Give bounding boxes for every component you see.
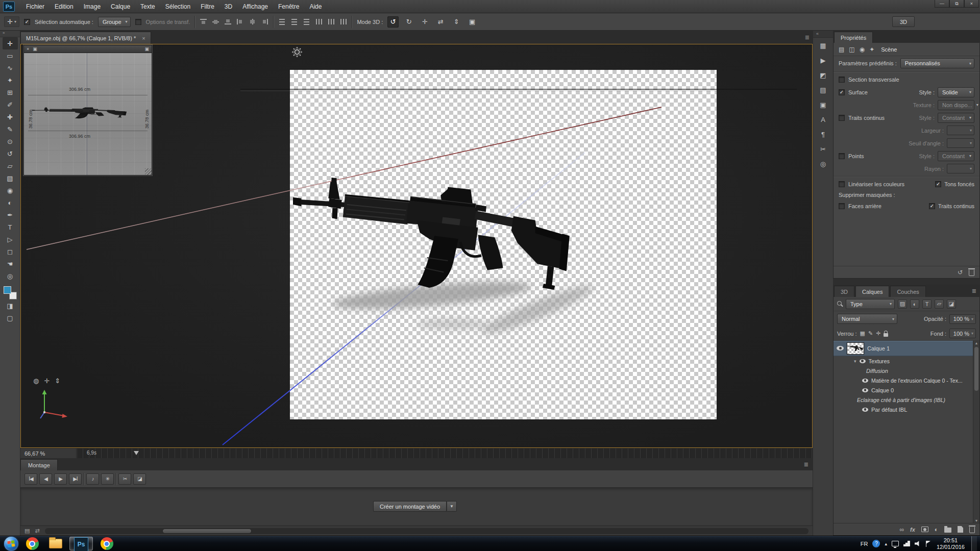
layers-scrollbar[interactable]: ▲ ▼ (973, 341, 979, 523)
presets-dropdown[interactable]: Personnalisés (900, 58, 974, 68)
distribute-top-icon[interactable] (278, 18, 286, 25)
layer-name[interactable]: Par défaut IBL (871, 407, 907, 413)
dark-tones-checkbox[interactable] (935, 181, 941, 187)
eraser-tool[interactable]: ▱ (3, 160, 18, 172)
panel-icon-styles[interactable]: ◩ (816, 68, 831, 82)
lasso-tool[interactable]: ∿ (3, 62, 18, 74)
montage-tab[interactable]: Montage (20, 459, 58, 470)
start-button[interactable] (4, 537, 18, 551)
panel-icon-swatches[interactable]: ◎ (816, 157, 831, 171)
3d-orbit-mode-icon[interactable]: ↺ (387, 16, 399, 28)
layer-row-textures[interactable]: ▾ Textures (834, 356, 973, 366)
lights-filter-icon[interactable]: ✦ (869, 46, 874, 53)
auto-select-checkbox[interactable] (24, 19, 30, 25)
timeline-ruler[interactable]: 6,9s (77, 448, 813, 458)
lines-style-dropdown[interactable]: Constant (938, 113, 974, 123)
network-tray-icon[interactable] (903, 541, 910, 546)
width-field[interactable] (947, 126, 974, 135)
clone-stamp-tool[interactable]: ⊙ (3, 135, 18, 147)
taskbar-clock[interactable]: 20:51 12/01/2016 (937, 537, 965, 550)
create-video-timeline-dropdown-icon[interactable]: ▼ (447, 501, 457, 512)
tab-3d[interactable]: 3D (834, 286, 854, 297)
menu-texte[interactable]: Texte (135, 3, 160, 10)
menu-3d[interactable]: 3D (219, 3, 237, 10)
panel-icon-navigator[interactable]: ▣ (816, 98, 831, 112)
disclosure-triangle-icon[interactable]: ▾ (854, 359, 856, 364)
path-selection-tool[interactable]: ▷ (3, 233, 18, 245)
previous-frame-button[interactable]: ◀ (39, 473, 52, 485)
radius-field[interactable] (947, 164, 974, 173)
secondary-3d-view[interactable]: × ▣ ▣ 306.96 cm 306.96 cm 36.78 cm 36.78… (23, 45, 152, 176)
lock-position-icon[interactable]: ✛ (876, 330, 880, 337)
distribute-bottom-icon[interactable] (303, 18, 310, 25)
next-frame-button[interactable]: ▶Ⅰ (69, 473, 82, 485)
secondary-view-swap-icon[interactable]: ▣ (33, 46, 37, 52)
action-center-tray-icon[interactable] (926, 541, 930, 547)
tool-preset-picker[interactable]: ✛ (4, 16, 19, 27)
hidden-lines-checkbox[interactable] (929, 203, 935, 209)
layer-name[interactable]: Calque 1 (867, 345, 890, 352)
transition-button[interactable]: ◪ (133, 473, 146, 485)
distribute-vertical-icon[interactable] (290, 18, 298, 25)
show-desktop-button[interactable] (971, 536, 977, 551)
zoom-3d-icon[interactable]: ⇕ (55, 377, 60, 385)
timeline-swap-icon[interactable]: ⇄ (35, 528, 39, 534)
menu-image[interactable]: Image (79, 3, 106, 10)
tray-expand-icon[interactable]: ▴ (885, 541, 887, 546)
menu-filtre[interactable]: Filtre (195, 3, 219, 10)
align-right-icon[interactable] (261, 18, 268, 25)
linearize-colors-checkbox[interactable] (839, 181, 845, 187)
align-vertical-center-icon[interactable] (212, 18, 219, 25)
display-tray-icon[interactable] (892, 541, 899, 546)
timeline-menu-icon[interactable]: ≣ (804, 461, 808, 468)
restore-button[interactable]: ⧉ (949, 0, 964, 8)
distribute-horizontal-icon[interactable] (327, 18, 335, 25)
healing-brush-tool[interactable]: ✚ (3, 111, 18, 123)
light-source-widget[interactable] (291, 46, 303, 58)
gradient-tool[interactable]: ▧ (3, 172, 18, 184)
link-layers-icon[interactable]: ∞ (899, 526, 904, 533)
align-bottom-icon[interactable] (224, 18, 232, 25)
tab-couches[interactable]: Couches (890, 286, 925, 297)
volume-tray-icon[interactable] (915, 541, 921, 546)
3d-pan-mode-icon[interactable]: ✛ (419, 16, 430, 28)
eye-icon[interactable] (862, 379, 868, 383)
type-tool[interactable]: T (3, 221, 18, 233)
zoom-tool[interactable]: ◎ (3, 270, 18, 282)
eye-icon[interactable] (862, 388, 868, 392)
menu-aide[interactable]: Aide (304, 3, 327, 10)
layer-row-matiere[interactable]: Matière de l'extrusion Calque 0 - Tex... (834, 375, 973, 385)
points-checkbox[interactable] (839, 153, 845, 159)
hand-tool[interactable]: ☚ (3, 258, 18, 270)
blend-mode-dropdown[interactable]: Normal (837, 314, 897, 324)
filter-smart-objects-icon[interactable]: ◪ (947, 299, 956, 309)
new-layer-icon[interactable] (958, 526, 963, 533)
add-mask-icon[interactable] (921, 527, 928, 532)
filter-type-dropdown[interactable]: Type (846, 299, 895, 309)
layer-name[interactable]: Calque 0 (871, 387, 894, 393)
panel-icon-paragraph[interactable]: ¶ (816, 128, 831, 141)
filter-shape-layers-icon[interactable]: ▱ (935, 299, 944, 309)
menu-fichier[interactable]: Fichier (21, 3, 50, 10)
surface-style-dropdown[interactable]: Solide (938, 87, 974, 97)
workspace-switcher[interactable]: 3D (892, 16, 915, 27)
transform-options-checkbox[interactable] (135, 19, 141, 25)
panel-icon-character[interactable]: A (816, 113, 831, 127)
opacity-field[interactable]: 100 % (949, 314, 976, 324)
panel-icon-actions[interactable]: ▶ (816, 54, 831, 67)
3d-roll-mode-icon[interactable]: ↻ (403, 16, 414, 28)
mesh-filter-icon[interactable]: ◫ (849, 46, 854, 53)
panel-icon-info[interactable]: ▤ (816, 83, 831, 97)
language-indicator[interactable]: FR (861, 541, 868, 547)
layer-row-ibl[interactable]: Par défaut IBL (834, 405, 973, 414)
auto-select-dropdown[interactable]: Groupe (98, 17, 131, 27)
panel-icon-histogram[interactable]: ▦ (816, 39, 831, 53)
minimize-button[interactable]: — (935, 0, 949, 8)
texture-dropdown[interactable]: Non dispo... (938, 100, 974, 110)
back-faces-checkbox[interactable] (839, 203, 845, 209)
shape-tool[interactable]: ◻ (3, 245, 18, 258)
cross-section-checkbox[interactable] (839, 77, 845, 83)
tab-bar-menu-icon[interactable]: ≣ (805, 34, 810, 41)
layer-row-calque-1[interactable]: Calque 1 (834, 341, 973, 356)
layer-name[interactable]: Textures (869, 358, 890, 364)
